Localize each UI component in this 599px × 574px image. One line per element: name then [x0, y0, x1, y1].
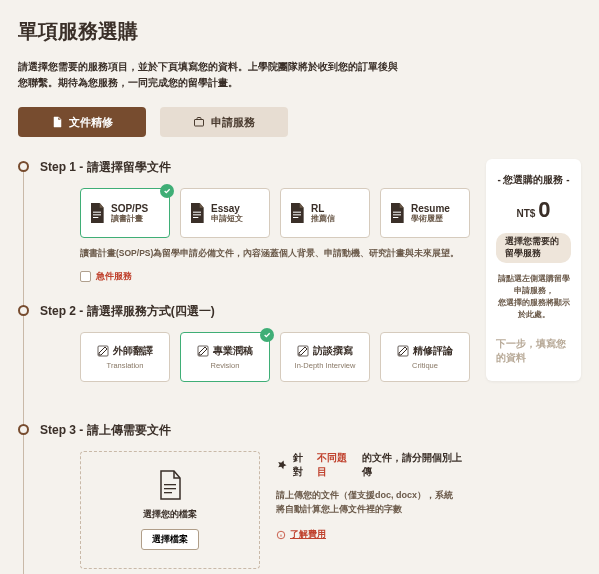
svc-card-revision[interactable]: 專業潤稿 Revision — [180, 332, 270, 382]
cart-badge: 選擇您需要的留學服務 — [496, 233, 571, 263]
svc-card-translation[interactable]: 外師翻譯 Translation — [80, 332, 170, 382]
svg-rect-3 — [93, 217, 98, 218]
card-title: Essay — [211, 203, 243, 215]
tab-document-label: 文件精修 — [69, 115, 113, 130]
svc-sub: Critique — [412, 361, 438, 370]
doc-card-essay[interactable]: Essay申請短文 — [180, 188, 270, 238]
cart-price: NT$ 0 — [516, 197, 550, 223]
svg-rect-0 — [195, 120, 204, 127]
card-sub: 申請短文 — [211, 214, 243, 223]
svg-rect-4 — [193, 212, 201, 213]
info-icon — [276, 530, 286, 540]
cart-panel: - 您選購的服務 - NT$ 0 選擇您需要的留學服務 請點選左側選購留學申請服… — [486, 159, 581, 381]
svg-rect-8 — [293, 214, 301, 215]
checkbox-icon — [80, 271, 91, 282]
svg-rect-6 — [193, 217, 198, 218]
card-sub: 讀書計畫 — [111, 214, 148, 223]
svg-rect-5 — [193, 214, 201, 215]
cart-hint: 請點選左側選購留學申請服務， 您選擇的服務將顯示於此處。 — [496, 273, 571, 321]
svg-rect-10 — [393, 212, 401, 213]
step-bullet — [18, 161, 29, 172]
svg-rect-19 — [164, 492, 172, 493]
dropzone-label: 選擇您的檔案 — [143, 508, 197, 521]
step-1: Step 1 - 請選擇留學文件 SOP/PS讀書計畫 Essay申請短文 — [18, 159, 470, 283]
document-icon — [51, 116, 63, 128]
choose-file-button[interactable]: 選擇檔案 — [141, 529, 199, 550]
svc-title: 精修評論 — [413, 344, 453, 358]
card-sub: 推薦信 — [311, 214, 335, 223]
step-1-hint: 讀書計畫(SOP/PS)為留學申請必備文件，內容涵蓋個人背景、申請動機、研究計畫… — [80, 248, 470, 260]
file-outline-icon — [157, 470, 183, 500]
step-bullet — [18, 424, 29, 435]
svg-rect-9 — [293, 217, 298, 218]
svg-rect-18 — [164, 488, 176, 489]
step-3-title: Step 3 - 請上傳需要文件 — [40, 422, 470, 439]
svc-title: 專業潤稿 — [213, 344, 253, 358]
svg-rect-12 — [393, 217, 398, 218]
card-title: SOP/PS — [111, 203, 148, 215]
file-icon — [389, 203, 405, 223]
step-bullet — [18, 305, 29, 316]
svg-rect-1 — [93, 212, 101, 213]
doc-card-resume[interactable]: Resume學術履歷 — [380, 188, 470, 238]
file-icon — [89, 203, 105, 223]
svc-title: 外師翻譯 — [113, 344, 153, 358]
svc-sub: Revision — [211, 361, 240, 370]
upload-info-sub: 請上傳您的文件（僅支援doc, docx），系統 將自動計算您上傳文件裡的字數 — [276, 489, 470, 516]
urgent-checkbox[interactable]: 急件服務 — [80, 270, 470, 283]
tab-document-refine[interactable]: 文件精修 — [18, 107, 146, 137]
pencil-square-icon — [397, 345, 409, 357]
card-title: RL — [311, 203, 335, 215]
step-1-title: Step 1 - 請選擇留學文件 — [40, 159, 470, 176]
svc-title: 訪談撰寫 — [313, 344, 353, 358]
svg-rect-2 — [93, 214, 101, 215]
cart-next-button[interactable]: 下一步，填寫您的資料 — [496, 337, 571, 365]
tab-apply-label: 申請服務 — [211, 115, 255, 130]
svc-sub: Translation — [107, 361, 144, 370]
svg-rect-11 — [393, 214, 401, 215]
briefcase-icon — [193, 116, 205, 128]
svc-card-interview[interactable]: 訪談撰寫 In-Depth Interview — [280, 332, 370, 382]
file-icon — [189, 203, 205, 223]
svc-card-critique[interactable]: 精修評論 Critique — [380, 332, 470, 382]
card-sub: 學術履歷 — [411, 214, 450, 223]
card-title: Resume — [411, 203, 450, 215]
doc-card-sop[interactable]: SOP/PS讀書計畫 — [80, 188, 170, 238]
step-3: Step 3 - 請上傳需要文件 選擇您的檔案 選擇檔案 針對不同題目的文件，請… — [18, 422, 470, 574]
file-icon — [289, 203, 305, 223]
urgent-label: 急件服務 — [96, 270, 132, 283]
upload-dropzone[interactable]: 選擇您的檔案 選擇檔案 — [80, 451, 260, 569]
check-icon — [260, 328, 274, 342]
learn-cost-link[interactable]: 了解費用 — [276, 528, 470, 541]
cart-title: - 您選購的服務 - — [497, 173, 569, 187]
upload-info-heading: 針對不同題目的文件，請分開個別上傳 — [276, 451, 470, 479]
pencil-square-icon — [97, 345, 109, 357]
step-2-title: Step 2 - 請選擇服務方式(四選一) — [40, 303, 470, 320]
svc-sub: In-Depth Interview — [295, 361, 356, 370]
tab-row: 文件精修 申請服務 — [18, 107, 581, 137]
step-2: Step 2 - 請選擇服務方式(四選一) 外師翻譯 Translation 專… — [18, 303, 470, 382]
pencil-square-icon — [297, 345, 309, 357]
doc-card-rl[interactable]: RL推薦信 — [280, 188, 370, 238]
tab-apply-service[interactable]: 申請服務 — [160, 107, 288, 137]
svg-rect-7 — [293, 212, 301, 213]
svg-rect-17 — [164, 484, 176, 485]
check-icon — [160, 184, 174, 198]
pin-icon — [276, 459, 288, 471]
pencil-square-icon — [197, 345, 209, 357]
page-title: 單項服務選購 — [18, 18, 581, 45]
page-intro: 請選擇您需要的服務項目，並於下頁填寫您的資料。上學院團隊將於收到您的訂單後與您聯… — [18, 59, 398, 91]
